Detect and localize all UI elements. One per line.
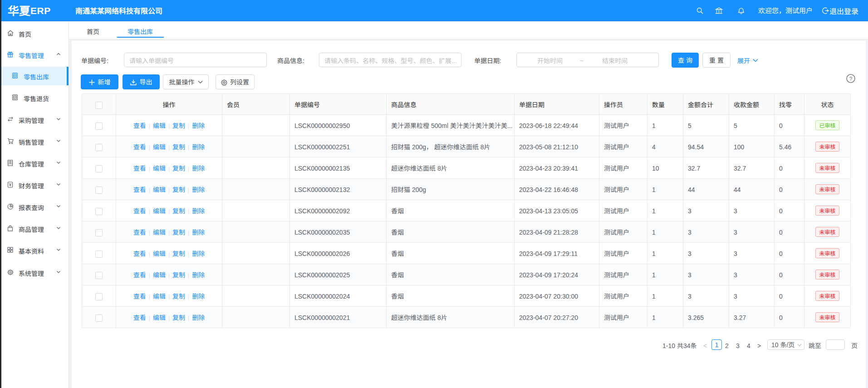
svg-text:?: ? bbox=[849, 76, 853, 82]
